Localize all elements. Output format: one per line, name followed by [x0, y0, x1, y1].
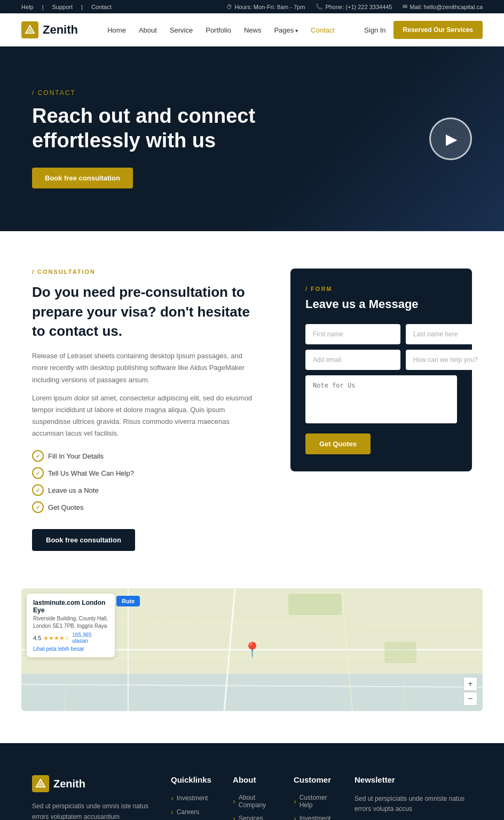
map-card-rating: 4.5 ★★★★☆ 165,365 ulasan [33, 632, 108, 644]
get-quotes-button[interactable]: Get Quotes [305, 433, 371, 454]
route-button[interactable]: Rute [116, 596, 140, 606]
map-section: 📍 lastminute.com London Eye Riverside Bu… [21, 588, 483, 711]
zoom-out-button[interactable]: − [463, 692, 477, 706]
map-card-address: Riverside Building, County Hall, London … [33, 615, 108, 630]
hero-visual [429, 117, 472, 160]
footer-about: About About Company Services Portfolio C… [233, 775, 272, 820]
last-name-input[interactable] [406, 324, 501, 344]
top-bar-right: ⏱ Hours: Mon-Fri: 8am - 7pm 📞 Phone: (+1… [226, 3, 483, 10]
first-name-input[interactable] [305, 324, 400, 344]
topbar-mail: ✉ Mail: hello@zenithcapital.ca [403, 3, 483, 10]
nav-pages[interactable]: Pages [274, 26, 298, 34]
consultation-para1: Release of Letraset sheets containing de… [32, 350, 258, 385]
about-services-link[interactable]: Services [233, 814, 272, 820]
nav-home[interactable]: Home [107, 26, 126, 34]
stars-icon: ★★★★☆ [43, 635, 70, 642]
book-consultation-dark-button[interactable]: Book free consultation [32, 529, 135, 551]
nav-links: Home About Service Portfolio News Pages … [107, 26, 335, 34]
top-bar-left: Help | Support | Contact [21, 4, 112, 10]
topbar-help[interactable]: Help [21, 4, 34, 10]
about-company-link[interactable]: About Company [233, 794, 272, 809]
ql-careers[interactable]: Careers [171, 808, 211, 816]
footer-quicklinks: Quicklinks Investment Careers FaQS Resou… [171, 775, 211, 820]
map-card-title: lastminute.com London Eye [33, 599, 108, 614]
topbar-hours: ⏱ Hours: Mon-Fri: 8am - 7pm [226, 4, 305, 10]
footer-grid: Zenith Sed ut perspiciatis unde omnis is… [32, 775, 472, 820]
map-zoom-controls: + − [463, 677, 477, 706]
navbar: Zenith Home About Service Portfolio News… [0, 13, 504, 46]
footer-logo-icon [32, 775, 49, 792]
footer-newsletter: Newsletter Sed ut perspiciatis unde omni… [355, 775, 472, 820]
logo-icon [21, 21, 38, 38]
logo[interactable]: Zenith [21, 21, 78, 38]
note-textarea[interactable] [305, 375, 457, 423]
footer-logo-text: Zenith [53, 778, 85, 790]
consultation-section: / CONSULTATION Do you need pre-consultat… [0, 231, 504, 588]
topbar-support[interactable]: Support [52, 4, 73, 10]
nav-portfolio[interactable]: Portfolio [206, 26, 231, 34]
logo-text: Zenith [43, 23, 78, 37]
checklist-item-4: Get Quotes [32, 501, 258, 513]
footer-logo: Zenith [32, 775, 149, 792]
nav-about[interactable]: About [139, 26, 157, 34]
footer-customer: Customer Customer Help Investment Return… [294, 775, 333, 820]
signin-button[interactable]: Sign In [364, 26, 385, 34]
hero-content: / CONTACT Reach out and connect effortle… [32, 89, 299, 188]
book-consultation-button[interactable]: Book free consultation [32, 168, 133, 188]
checklist-item-3: Leave us a Note [32, 484, 258, 496]
consultation-para2: Lorem ipsum dolor sit amet, consectetur … [32, 392, 258, 439]
nav-service[interactable]: Service [170, 26, 193, 34]
reserve-button[interactable]: Reserved Our Services [393, 21, 483, 39]
form-label: / FORM [305, 286, 457, 292]
topbar-contact[interactable]: Contact [91, 4, 112, 10]
top-bar: Help | Support | Contact ⏱ Hours: Mon-Fr… [0, 0, 504, 13]
topbar-sep2: | [81, 4, 83, 10]
topbar-sep1: | [42, 4, 44, 10]
nav-right: Sign In Reserved Our Services [364, 21, 483, 39]
nav-contact[interactable]: Contact [311, 26, 335, 34]
newsletter-heading: Newsletter [355, 775, 472, 784]
help-input[interactable] [406, 350, 501, 370]
map-info-card: lastminute.com London Eye Riverside Buil… [27, 594, 115, 657]
map-link[interactable]: Lihat peta lebih besar [33, 646, 108, 652]
footer: Zenith Sed ut perspiciatis unde omnis is… [0, 743, 504, 820]
consultation-content: / CONSULTATION Do you need pre-consultat… [32, 269, 258, 551]
footer-brand: Zenith Sed ut perspiciatis unde omnis is… [32, 775, 149, 820]
form-contact-row [305, 350, 457, 370]
topbar-phone: 📞 Phone: (+1) 222 3334445 [316, 3, 392, 10]
review-count: 165,365 ulasan [72, 632, 108, 644]
email-input[interactable] [305, 350, 400, 370]
form-name-row [305, 324, 457, 344]
nav-news[interactable]: News [244, 26, 262, 34]
customer-help-link[interactable]: Customer Help [294, 794, 333, 809]
newsletter-description: Sed ut perspiciatis unde omniste natus e… [355, 794, 472, 814]
play-button[interactable] [429, 117, 472, 160]
checklist-item-2: Tell Us What We Can Help? [32, 467, 258, 479]
hero-label: / CONTACT [32, 89, 299, 97]
customer-list: Customer Help Investment Return Policy I… [294, 794, 333, 820]
contact-form-panel: / FORM Leave us a Message Get Quotes [290, 269, 472, 471]
checklist-item-1: Fill In Your Details [32, 450, 258, 462]
customer-investment-link[interactable]: Investment [294, 814, 333, 820]
svg-rect-3 [21, 674, 483, 711]
ql-investment[interactable]: Investment [171, 794, 211, 802]
map-pin: 📍 [243, 641, 262, 659]
svg-rect-14 [288, 594, 342, 615]
map-placeholder: 📍 lastminute.com London Eye Riverside Bu… [21, 588, 483, 711]
hero-heading: Reach out and connect effortlessly with … [32, 104, 299, 153]
consultation-label: / CONSULTATION [32, 269, 258, 275]
rating-value: 4.5 [33, 635, 41, 641]
footer-description: Sed ut perspiciatis unde omnis iste natu… [32, 801, 149, 820]
about-list: About Company Services Portfolio Case St… [233, 794, 272, 820]
customer-heading: Customer [294, 775, 333, 784]
checklist: Fill In Your Details Tell Us What We Can… [32, 450, 258, 513]
consultation-heading: Do you need pre-consultation to prepare … [32, 282, 258, 341]
about-heading: About [233, 775, 272, 784]
hero-section: / CONTACT Reach out and connect effortle… [0, 46, 504, 231]
svg-rect-15 [384, 642, 416, 663]
zoom-in-button[interactable]: + [463, 677, 477, 691]
quicklinks-heading: Quicklinks [171, 775, 211, 784]
quicklinks-list: Investment Careers FaQS Resources Shareh… [171, 794, 211, 820]
form-heading: Leave us a Message [305, 297, 457, 311]
